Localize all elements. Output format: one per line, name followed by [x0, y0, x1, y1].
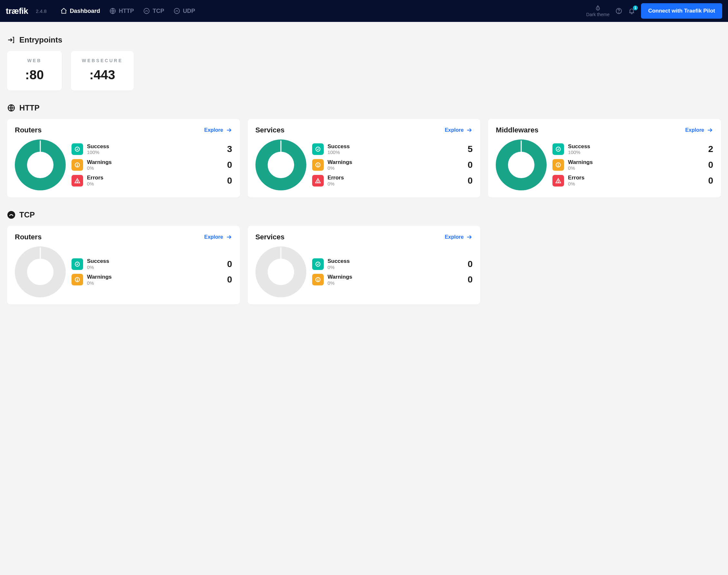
alert-circle-icon — [552, 159, 564, 171]
route-icon — [143, 7, 150, 14]
card-title: Middlewares — [496, 126, 538, 134]
stat-row-errors: Errors0% 0 — [71, 175, 232, 187]
stat-pct: 0% — [87, 265, 223, 270]
check-circle-icon — [312, 143, 324, 155]
explore-link[interactable]: Explore — [685, 127, 713, 133]
notification-badge: 1 — [633, 5, 638, 10]
tcp-routers-card: Routers Explore Success0% — [7, 226, 240, 304]
card-title: Routers — [15, 126, 41, 134]
entrypoint-card-web[interactable]: WEB :80 — [7, 51, 62, 91]
svg-point-23 — [558, 182, 559, 182]
stat-label: Success — [327, 258, 464, 265]
svg-point-4 — [619, 12, 619, 12]
stat-count: 0 — [468, 160, 473, 170]
theme-toggle[interactable]: Dark theme — [586, 5, 610, 17]
theme-label: Dark theme — [586, 12, 610, 17]
stat-row-success: Success100% 5 — [312, 143, 473, 155]
stat-pct: 100% — [87, 149, 223, 155]
section-title-text: HTTP — [19, 103, 40, 112]
arrow-right-icon — [466, 127, 473, 133]
entrypoint-name: WEBSECURE — [82, 58, 123, 63]
alert-triangle-icon — [71, 175, 83, 187]
login-icon — [7, 36, 15, 44]
explore-link[interactable]: Explore — [204, 127, 232, 133]
droplet-icon — [595, 5, 601, 11]
stat-pct: 0% — [327, 265, 464, 270]
entrypoints-row: WEB :80 WEBSECURE :443 — [7, 51, 721, 91]
stat-row-warnings: Warnings0% 0 — [312, 274, 473, 286]
http-cards: Routers Explore Success100% — [7, 119, 721, 198]
explore-label: Explore — [204, 127, 223, 133]
arrow-right-icon — [466, 234, 473, 240]
app-header: træfik 2.4.8 Dashboard HTTP TCP UDP — [0, 0, 728, 22]
stat-pct: 0% — [327, 280, 464, 286]
home-icon — [60, 7, 67, 14]
stat-row-success: Success100% 2 — [552, 143, 713, 155]
logo[interactable]: træfik — [6, 6, 28, 16]
stat-label: Success — [327, 143, 464, 150]
explore-link[interactable]: Explore — [204, 234, 232, 240]
stat-count: 5 — [468, 144, 473, 154]
section-title-text: TCP — [19, 210, 35, 219]
svg-point-16 — [318, 166, 318, 166]
entrypoint-port: :443 — [82, 68, 123, 82]
svg-point-17 — [318, 182, 318, 182]
stat-row-success: Success0% 0 — [312, 258, 473, 270]
check-circle-icon — [71, 143, 83, 155]
svg-point-10 — [77, 166, 78, 166]
entrypoints-section: Entrypoints WEB :80 WEBSECURE :443 — [7, 35, 721, 91]
stat-row-warnings: Warnings0% 0 — [552, 159, 713, 171]
stat-row-success: Success100% 3 — [71, 143, 232, 155]
stat-count: 2 — [708, 144, 713, 154]
card-title: Services — [255, 126, 285, 134]
donut-chart — [15, 246, 66, 297]
stat-pct: 0% — [87, 181, 223, 187]
stat-count: 0 — [708, 160, 713, 170]
bell-icon[interactable]: 1 — [628, 7, 635, 14]
entrypoint-name: WEB — [18, 58, 51, 63]
stat-pct: 0% — [568, 181, 704, 187]
explore-link[interactable]: Explore — [445, 127, 473, 133]
stat-pct: 0% — [327, 181, 464, 187]
stat-pct: 100% — [568, 149, 704, 155]
stat-label: Success — [568, 143, 704, 150]
stat-label: Warnings — [568, 159, 704, 166]
http-middlewares-card: Middlewares Explore Success100% — [488, 119, 721, 198]
section-title: HTTP — [7, 103, 721, 112]
card-title: Services — [255, 233, 285, 241]
stat-count: 0 — [227, 259, 232, 269]
card-title: Routers — [15, 233, 41, 241]
nav-udp[interactable]: UDP — [173, 7, 195, 14]
globe-icon — [109, 7, 116, 14]
version-label: 2.4.8 — [36, 8, 46, 14]
main-content: Entrypoints WEB :80 WEBSECURE :443 HTTP — [0, 22, 728, 311]
logo-text: træfik — [6, 6, 28, 16]
stat-label: Warnings — [327, 274, 464, 280]
check-circle-icon — [71, 258, 83, 270]
entrypoint-card-websecure[interactable]: WEBSECURE :443 — [71, 51, 134, 91]
stat-label: Warnings — [87, 159, 223, 166]
donut-chart — [496, 139, 547, 191]
stat-count: 0 — [708, 175, 713, 186]
nav-http[interactable]: HTTP — [109, 7, 134, 14]
stat-pct: 0% — [568, 165, 704, 171]
stat-count: 0 — [227, 160, 232, 170]
stat-count: 3 — [227, 144, 232, 154]
nav-label: Dashboard — [70, 8, 100, 14]
connect-pilot-button[interactable]: Connect with Traefik Pilot — [641, 3, 722, 19]
route-icon — [7, 211, 15, 219]
top-nav: Dashboard HTTP TCP UDP — [60, 7, 195, 14]
help-icon[interactable] — [615, 7, 622, 14]
svg-point-29 — [77, 280, 78, 281]
stat-pct: 100% — [327, 149, 464, 155]
route-icon — [173, 7, 180, 14]
stat-label: Warnings — [87, 274, 223, 280]
nav-label: UDP — [183, 8, 195, 14]
explore-link[interactable]: Explore — [445, 234, 473, 240]
stat-row-warnings: Warnings0% 0 — [71, 159, 232, 171]
donut-chart — [255, 246, 306, 297]
stat-label: Success — [87, 258, 223, 265]
nav-dashboard[interactable]: Dashboard — [60, 7, 100, 14]
nav-tcp[interactable]: TCP — [143, 7, 164, 14]
stat-pct: 0% — [327, 165, 464, 171]
